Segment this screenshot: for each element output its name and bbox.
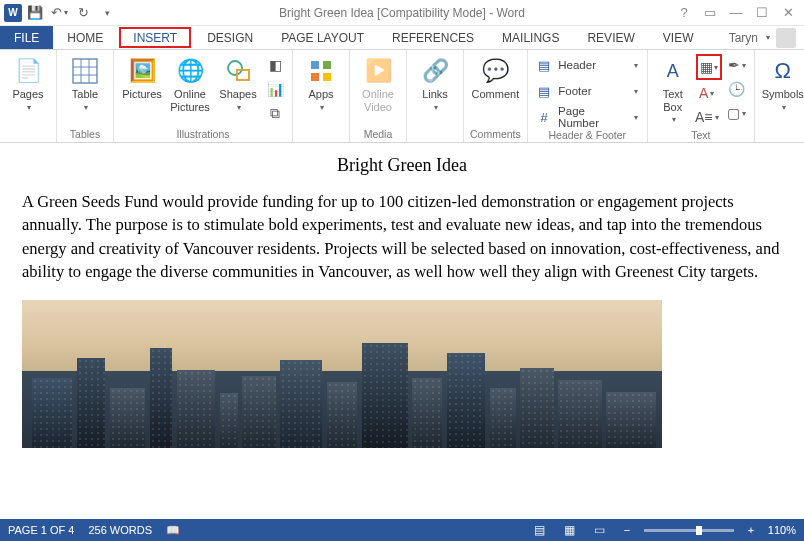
user-area: Taryn▾ [729,26,804,49]
links-icon: 🔗 [420,56,450,86]
group-label-illustrations: Illustrations [120,126,286,142]
comment-label: Comment [472,88,520,101]
group-media: ▶️ Online Video Media [350,50,407,142]
tab-page-layout[interactable]: PAGE LAYOUT [267,26,378,49]
save-button[interactable]: 💾 [24,2,46,24]
text-box-icon: A [658,56,688,86]
online-video-label: Online Video [358,88,398,113]
apps-label: Apps [308,88,333,101]
tab-references[interactable]: REFERENCES [378,26,488,49]
group-label-apps [299,126,343,142]
tab-file[interactable]: FILE [0,26,53,49]
symbols-button[interactable]: Ω Symbols ▾ [761,54,804,114]
tab-design[interactable]: DESIGN [193,26,267,49]
redo-button[interactable]: ↻ [72,2,94,24]
tab-insert[interactable]: INSERT [119,27,191,48]
drop-cap-button[interactable]: A≡▾ [696,106,718,128]
online-video-icon: ▶️ [363,56,393,86]
zoom-in-button[interactable]: + [744,524,758,536]
text-box-button[interactable]: A Text Box ▾ [654,54,692,126]
page-indicator[interactable]: PAGE 1 OF 4 [8,524,74,536]
undo-button[interactable]: ↶▾ [48,2,70,24]
online-pictures-label: Online Pictures [170,88,210,113]
pictures-icon: 🖼️ [127,56,157,86]
page-number-button[interactable]: # Page Number ▾ [532,106,642,128]
title-bar: W 💾 ↶▾ ↻ ▾ Bright Green Idea [Compatibil… [0,0,804,26]
proofing-button[interactable]: 📖 [166,524,180,537]
tab-home[interactable]: HOME [53,26,117,49]
pages-icon: 📄 [13,56,43,86]
pages-button[interactable]: 📄 Pages ▾ [6,54,50,114]
pictures-button[interactable]: 🖼️ Pictures [120,54,164,103]
footer-icon: ▤ [536,83,552,99]
group-illustrations: 🖼️ Pictures 🌐 Online Pictures Shapes ▾ ◧… [114,50,293,142]
apps-button[interactable]: Apps ▾ [299,54,343,114]
tab-mailings[interactable]: MAILINGS [488,26,573,49]
online-pictures-button[interactable]: 🌐 Online Pictures [168,54,212,115]
smartart-button[interactable]: ◧ [264,54,286,76]
comment-button[interactable]: 💬 Comment [473,54,517,103]
group-label-text: Text [654,128,748,142]
document-area[interactable]: Bright Green Idea A Green Seeds Fund wou… [0,143,804,519]
links-button[interactable]: 🔗 Links ▾ [413,54,457,114]
quick-access-toolbar: W 💾 ↶▾ ↻ ▾ [0,2,118,24]
minimize-button[interactable]: — [724,2,748,24]
print-layout-button[interactable]: ▦ [560,522,580,538]
text-box-label: Text Box [656,88,690,113]
chart-button[interactable]: 📊 [264,78,286,100]
group-text: A Text Box ▾ ▦▾ A▾ A≡▾ ✒▾ 🕒 ▢▾ Text [648,50,755,142]
online-video-button: ▶️ Online Video [356,54,400,115]
group-header-footer: ▤ Header ▾ ▤ Footer ▾ # Page Number ▾ He… [528,50,648,142]
close-button[interactable]: ✕ [776,2,800,24]
shapes-button[interactable]: Shapes ▾ [216,54,260,114]
signature-line-button[interactable]: ✒▾ [726,54,748,76]
word-count[interactable]: 256 WORDS [88,524,152,536]
read-mode-button[interactable]: ▤ [530,522,550,538]
zoom-out-button[interactable]: − [620,524,634,536]
svg-rect-10 [323,73,331,81]
date-time-button[interactable]: 🕒 [726,78,748,100]
zoom-slider[interactable] [644,529,734,532]
inserted-image[interactable] [22,300,662,448]
qat-customize-button[interactable]: ▾ [96,2,118,24]
screenshot-button[interactable]: ⧉ [264,102,286,124]
shapes-label: Shapes [219,88,256,101]
user-name[interactable]: Taryn [729,31,758,45]
zoom-level[interactable]: 110% [768,524,796,536]
group-label-blank [6,126,50,142]
web-layout-button[interactable]: ▭ [590,522,610,538]
online-pictures-icon: 🌐 [175,56,205,86]
svg-rect-0 [73,59,97,83]
group-label-links [413,126,457,142]
page-number-icon: # [536,109,552,125]
svg-rect-8 [323,61,331,69]
apps-icon [306,56,336,86]
links-label: Links [422,88,448,101]
svg-rect-9 [311,73,319,81]
help-button[interactable]: ? [672,2,696,24]
symbols-icon: Ω [768,56,798,86]
group-comments: 💬 Comment Comments [464,50,528,142]
object-button[interactable]: ▢▾ [726,102,748,124]
table-label: Table [72,88,98,101]
svg-rect-7 [311,61,319,69]
table-button[interactable]: Table ▾ [63,54,107,114]
group-symbols: Ω Symbols ▾ [755,50,804,142]
header-button[interactable]: ▤ Header ▾ [532,54,642,76]
tab-view[interactable]: VIEW [649,26,708,49]
tab-review[interactable]: REVIEW [573,26,648,49]
group-links: 🔗 Links ▾ [407,50,464,142]
ribbon-display-button[interactable]: ▭ [698,2,722,24]
group-label-hf: Header & Footer [534,128,641,142]
maximize-button[interactable]: ☐ [750,2,774,24]
svg-rect-6 [237,70,249,80]
avatar[interactable] [776,28,796,48]
quick-parts-button[interactable]: ▦▾ [696,54,722,80]
group-label-symbols [761,126,804,142]
footer-button[interactable]: ▤ Footer ▾ [532,80,642,102]
wordart-button[interactable]: A▾ [696,82,718,104]
ribbon: 📄 Pages ▾ Table ▾ Tables 🖼️ Pictures [0,50,804,143]
group-pages: 📄 Pages ▾ [0,50,57,142]
comment-icon: 💬 [480,56,510,86]
header-label: Header [558,59,596,71]
